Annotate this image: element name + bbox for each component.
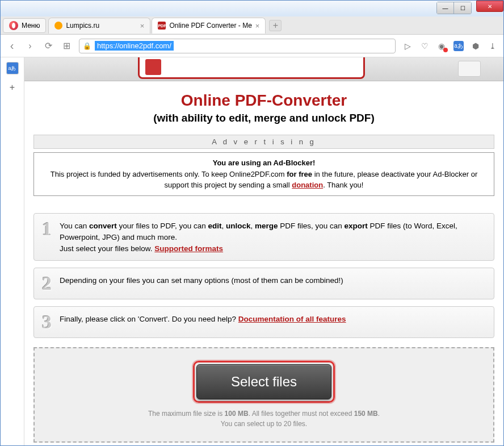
page-title: Online PDF-Converter <box>33 91 494 110</box>
window-frame: — ☐ ✕ Меню Lumpics.ru × PDF Online PDF C… <box>0 0 504 446</box>
steps-list: 1 You can convert your files to PDF, you… <box>33 213 494 339</box>
speed-dial-button[interactable]: ⊞ <box>61 40 72 51</box>
translate-sidebar-icon[interactable]: aあ <box>6 62 19 74</box>
select-files-highlight: Select files <box>193 361 335 403</box>
close-window-button[interactable]: ✕ <box>476 1 503 12</box>
supported-formats-link[interactable]: Supported formats <box>154 244 223 253</box>
logo-box <box>138 57 365 79</box>
bookmark-icon[interactable]: ♡ <box>419 41 430 51</box>
downloads-icon[interactable]: ⤓ <box>488 41 498 51</box>
tab-label: Lumpics.ru <box>66 22 99 30</box>
address-bar: ‹ › ⟳ ⊞ 🔒 https://online2pdf.com/ ▷ ♡ ◉ … <box>1 35 503 57</box>
left-sidebar: aあ + <box>1 57 24 445</box>
step-number: 3 <box>42 312 52 332</box>
page-content: Online PDF-Converter (with ability to ed… <box>24 57 503 445</box>
maximize-button[interactable]: ☐ <box>454 2 471 14</box>
select-files-button[interactable]: Select files <box>196 364 331 399</box>
tab-online-pdf[interactable]: PDF Online PDF Converter - Me × <box>152 18 266 34</box>
page-subtitle: (with ability to edit, merge and unlock … <box>33 112 494 124</box>
tab-label: Online PDF Converter - Me <box>169 22 251 30</box>
url-input[interactable]: 🔒 https://online2pdf.com/ <box>79 39 396 53</box>
pdf-favicon-icon: PDF <box>158 22 166 30</box>
titlebar: — ☐ ✕ <box>1 1 503 16</box>
send-icon[interactable]: ▷ <box>402 41 413 51</box>
adblock-heading: You are using an Ad-Blocker! <box>41 157 487 169</box>
lang-selector[interactable] <box>458 61 481 77</box>
back-button[interactable]: ‹ <box>6 39 18 52</box>
step-body: Finally, please click on 'Convert'. Do y… <box>60 312 486 325</box>
dropzone-hint: The maximum file size is 100 MB. All fil… <box>47 409 481 429</box>
menu-label: Меню <box>22 22 40 30</box>
step-3: 3 Finally, please click on 'Convert'. Do… <box>33 306 494 338</box>
content-area: aあ + Online PDF-Converter (with ability … <box>1 57 503 445</box>
url-text: https://online2pdf.com/ <box>95 41 174 51</box>
lock-icon: 🔒 <box>83 42 91 50</box>
file-dropzone[interactable]: Select files The maximum file size is 10… <box>33 347 494 443</box>
minimize-button[interactable]: — <box>437 2 454 14</box>
forward-button[interactable]: › <box>24 41 36 51</box>
opera-menu-button[interactable]: Меню <box>3 18 46 33</box>
documentation-link[interactable]: Documentation of all features <box>238 315 346 323</box>
step-1: 1 You can convert your files to PDF, you… <box>33 213 494 261</box>
close-tab-icon[interactable]: × <box>140 22 145 30</box>
adblock-text: This project is funded by advertisements… <box>41 169 487 191</box>
donation-link[interactable]: donation <box>292 181 323 189</box>
page-header-band <box>24 57 503 81</box>
opera-icon <box>9 21 18 30</box>
step-body: Depending on your files you can set many… <box>60 274 486 286</box>
adblock-notice: You are using an Ad-Blocker! This projec… <box>33 152 494 196</box>
advertising-bar: A d v e r t i s i n g <box>33 135 494 149</box>
new-tab-button[interactable]: + <box>269 20 282 31</box>
step-number: 2 <box>42 274 52 293</box>
adblock-icon[interactable]: ◉ <box>436 41 447 51</box>
extensions-icon[interactable]: ⬢ <box>471 41 481 51</box>
add-sidebar-icon[interactable]: + <box>6 81 19 94</box>
step-body: You can convert your files to PDF, you c… <box>60 219 486 255</box>
close-tab-icon[interactable]: × <box>255 22 260 30</box>
step-2: 2 Depending on your files you can set ma… <box>33 268 494 299</box>
tabstrip: Меню Lumpics.ru × PDF Online PDF Convert… <box>1 16 503 35</box>
tab-lumpics[interactable]: Lumpics.ru × <box>48 18 150 34</box>
addr-right-icons: ▷ ♡ ◉ aあ ⬢ ⤓ <box>402 41 498 51</box>
step-number: 1 <box>42 219 52 239</box>
reload-button[interactable]: ⟳ <box>43 40 54 51</box>
translate-icon[interactable]: aあ <box>453 41 464 51</box>
lumpics-favicon-icon <box>54 22 62 30</box>
